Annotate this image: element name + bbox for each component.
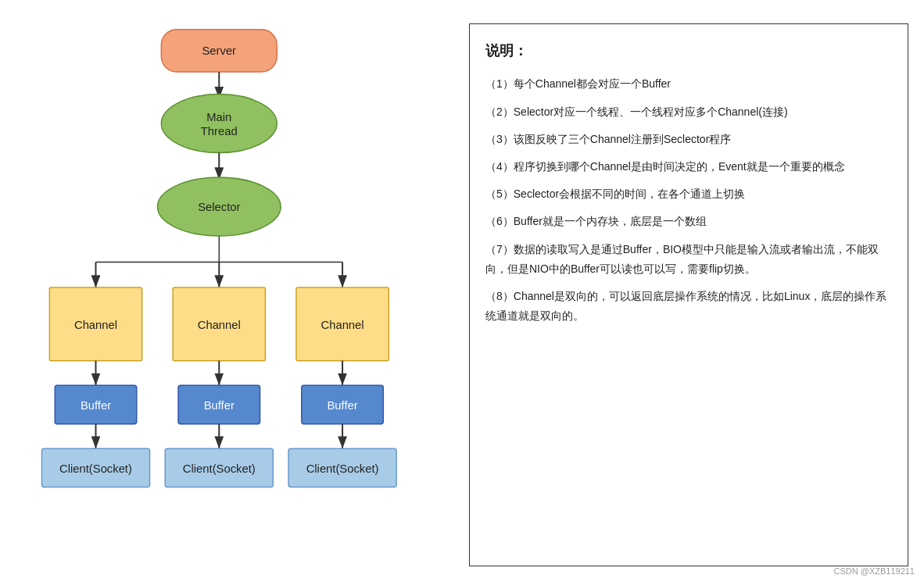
main-container: Server Main Thread Selector Channel xyxy=(0,0,924,582)
selector-label: Selector xyxy=(198,201,240,213)
notes-title: 说明： xyxy=(485,38,892,63)
notes-item-1: （1）每个Channel都会对应一个Buffer xyxy=(485,74,892,94)
notes-area: 说明： （1）每个Channel都会对应一个Buffer （2）Selector… xyxy=(469,23,908,566)
notes-item-6: （6）Buffer就是一个内存块，底层是一个数组 xyxy=(485,212,892,231)
notes-item-2: （2）Selector对应一个线程、一个线程对应多个Channel(连接) xyxy=(485,102,892,122)
buffer-left-label: Buffer xyxy=(81,399,111,412)
client-left-label: Client(Socket) xyxy=(59,462,132,475)
notes-item-7: （7）数据的读取写入是通过Buffer，BIO模型中只能是输入流或者输出流，不能… xyxy=(485,240,892,279)
buffer-center-label: Buffer xyxy=(204,399,235,412)
notes-item-4: （4）程序切换到哪个Channel是由时间决定的，Event就是一个重要的概念 xyxy=(485,157,892,177)
channel-left-label: Channel xyxy=(74,319,117,331)
server-label: Server xyxy=(202,45,237,57)
diagram-area: Server Main Thread Selector Channel xyxy=(16,16,453,566)
channel-center-label: Channel xyxy=(198,319,241,331)
client-right-label: Client(Socket) xyxy=(306,462,379,475)
channel-right-label: Channel xyxy=(321,319,364,331)
watermark: CSDN @XZB119211 xyxy=(834,566,915,576)
buffer-right-label: Buffer xyxy=(327,399,357,412)
notes-item-5: （5）Seclector会根据不同的时间，在各个通道上切换 xyxy=(485,184,892,204)
client-center-label: Client(Socket) xyxy=(183,462,256,475)
main-thread-label-1: Main xyxy=(206,111,231,123)
notes-item-3: （3）该图反映了三个Channel注册到Seclector程序 xyxy=(485,130,892,149)
main-thread-label-2: Thread xyxy=(201,125,238,137)
diagram-svg: Server Main Thread Selector Channel xyxy=(16,16,453,570)
notes-item-8: （8）Channel是双向的，可以返回底层操作系统的情况，比如Linux，底层的… xyxy=(485,287,892,326)
